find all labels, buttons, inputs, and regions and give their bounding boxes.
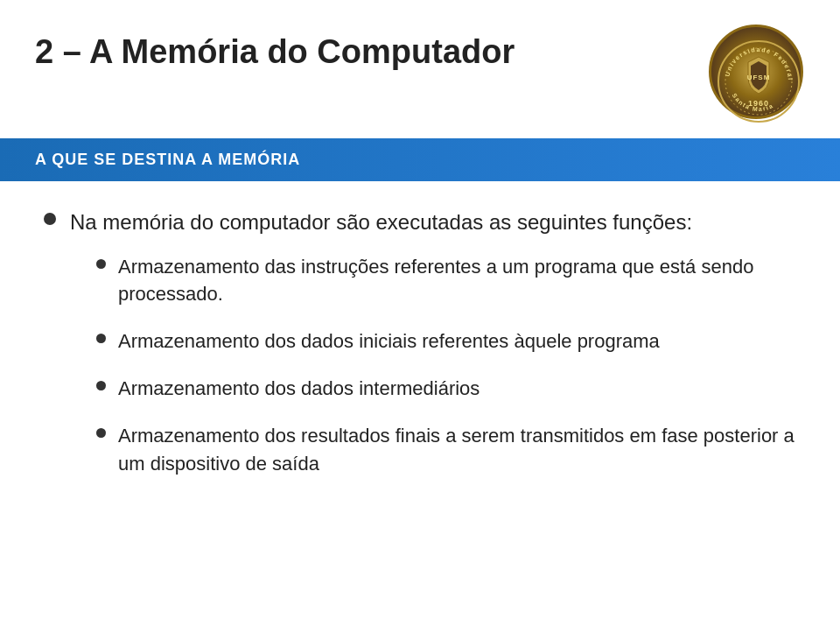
ufsm-logo: Universidade Federal de Santa Maria UFSM… xyxy=(709,25,803,119)
sub-bullet-1: Armazenamento das instruções referentes … xyxy=(96,253,796,309)
slide-title: 2 – A Memória do Computador xyxy=(35,33,514,71)
header-area: 2 – A Memória do Computador xyxy=(0,0,840,138)
slide-container: 2 – A Memória do Computador xyxy=(0,0,840,633)
svg-text:UFSM: UFSM xyxy=(747,74,771,81)
main-bullet-dot xyxy=(44,213,56,225)
main-bullet: Na memória do computador são executadas … xyxy=(44,207,796,237)
sub-bullet-dot-3 xyxy=(96,381,106,390)
svg-text:1960: 1960 xyxy=(748,99,769,108)
sub-bullet-dot-1 xyxy=(96,259,106,269)
blue-banner: A QUE SE DESTINA A MEMÓRIA xyxy=(0,138,840,181)
sub-bullet-dot-4 xyxy=(96,428,106,438)
sub-bullet-2: Armazenamento dos dados iniciais referen… xyxy=(96,327,796,355)
logo-text: Universidade Federal de Santa Maria UFSM… xyxy=(717,39,795,124)
sub-bullet-text-4: Armazenamento dos resultados finais a se… xyxy=(118,422,796,478)
sub-bullet-4: Armazenamento dos resultados finais a se… xyxy=(96,422,796,478)
sub-bullet-text-1: Armazenamento das instruções referentes … xyxy=(118,253,796,309)
banner-text: A QUE SE DESTINA A MEMÓRIA xyxy=(35,151,300,168)
sub-bullet-3: Armazenamento dos dados intermediários xyxy=(96,375,796,403)
sub-bullet-text-2: Armazenamento dos dados iniciais referen… xyxy=(118,327,660,355)
main-bullet-text: Na memória do computador são executadas … xyxy=(70,207,692,237)
sub-bullet-dot-2 xyxy=(96,334,106,343)
content-area: Na memória do computador são executadas … xyxy=(0,181,840,515)
logo-area: Universidade Federal de Santa Maria UFSM… xyxy=(709,25,805,121)
sub-bullet-text-3: Armazenamento dos dados intermediários xyxy=(118,375,480,403)
sub-bullets: Armazenamento das instruções referentes … xyxy=(44,253,796,478)
